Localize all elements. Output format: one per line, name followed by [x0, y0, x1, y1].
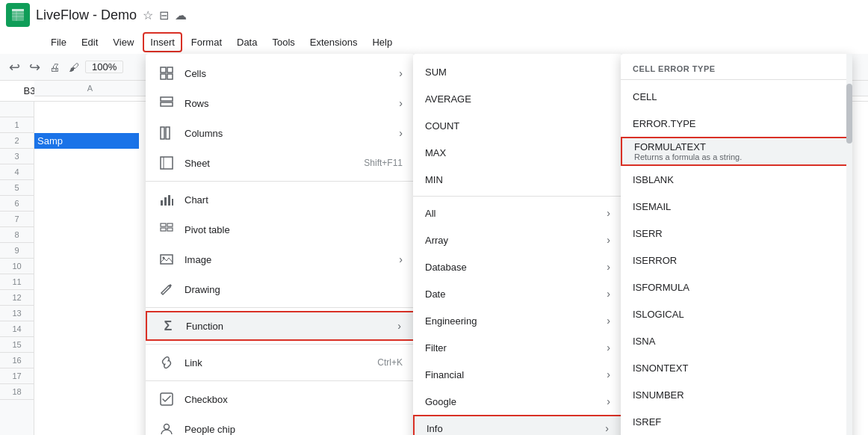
menu-file[interactable]: File	[45, 34, 72, 51]
error-isemail[interactable]: ISEMAIL	[621, 193, 852, 220]
selected-cell-value: Samp	[37, 135, 63, 146]
error-isnumber[interactable]: ISNUMBER	[621, 381, 852, 408]
insert-pivot[interactable]: Pivot table	[146, 215, 415, 244]
scrollbar[interactable]	[846, 54, 852, 435]
func-filter-arrow: ›	[607, 342, 610, 354]
error-isblank[interactable]: ISBLANK	[621, 166, 852, 193]
func-min[interactable]: MIN	[413, 166, 622, 193]
func-filter[interactable]: Filter ›	[413, 334, 622, 361]
error-formulatext-sub: Returns a formula as a string.	[634, 152, 742, 161]
print-icon[interactable]: 🖨	[46, 61, 63, 73]
paint-icon[interactable]: 🖌	[66, 61, 82, 73]
func-sum[interactable]: SUM	[413, 58, 622, 85]
cloud-icon[interactable]: ☁	[175, 8, 187, 22]
chart-label: Chart	[185, 194, 403, 206]
row-num-1: 1	[0, 117, 34, 133]
error-isna-label: ISNA	[633, 336, 655, 347]
menu-data[interactable]: Data	[231, 34, 263, 51]
func-database[interactable]: Database ›	[413, 253, 622, 280]
insert-function[interactable]: Σ Function ›	[146, 311, 415, 341]
menu-view[interactable]: View	[107, 34, 140, 51]
error-isna[interactable]: ISNA	[621, 327, 852, 354]
error-cell[interactable]: CELL	[621, 83, 852, 110]
cells-icon	[158, 64, 176, 82]
insert-drawing[interactable]: Drawing	[146, 274, 415, 304]
insert-sheet[interactable]: Sheet Shift+F11	[146, 148, 415, 178]
error-iserr[interactable]: ISERR	[621, 220, 852, 247]
function-label: Function	[186, 321, 391, 332]
undo-icon[interactable]: ↩	[6, 59, 23, 75]
insert-rows[interactable]: Rows ›	[146, 88, 415, 118]
func-divider	[413, 196, 622, 197]
svg-rect-23	[161, 255, 173, 264]
menu-tools[interactable]: Tools	[266, 34, 300, 51]
people-chip-icon	[158, 420, 176, 435]
insert-columns[interactable]: Columns ›	[146, 118, 415, 148]
func-google[interactable]: Google ›	[413, 388, 622, 415]
divider-4	[146, 380, 415, 381]
svg-rect-16	[164, 197, 167, 206]
svg-rect-12	[166, 127, 170, 139]
insert-people-chip[interactable]: People chip	[146, 414, 415, 435]
error-type[interactable]: ERROR.TYPE	[621, 110, 852, 137]
menu-bar: File Edit View Insert Format Data Tools …	[0, 30, 868, 54]
pivot-label: Pivot table	[185, 224, 403, 235]
insert-image[interactable]: Image ›	[146, 244, 415, 274]
svg-rect-21	[161, 228, 166, 231]
row-num-2: 2	[0, 133, 34, 149]
svg-rect-9	[161, 97, 173, 101]
func-engineering-label: Engineering	[425, 315, 607, 327]
error-isemail-label: ISEMAIL	[633, 201, 671, 212]
drawing-icon	[158, 280, 176, 298]
func-engineering[interactable]: Engineering ›	[413, 307, 622, 334]
folder-icon[interactable]: ⊟	[159, 8, 169, 22]
func-database-label: Database	[425, 262, 607, 273]
func-financial[interactable]: Financial ›	[413, 361, 622, 388]
error-isformula[interactable]: ISFORMULA	[621, 274, 852, 300]
svg-rect-18	[172, 199, 173, 206]
func-filter-label: Filter	[425, 342, 607, 354]
svg-rect-22	[167, 228, 173, 231]
insert-checkbox[interactable]: Checkbox	[146, 384, 415, 414]
insert-link[interactable]: Link Ctrl+K	[146, 348, 415, 377]
redo-icon[interactable]: ↪	[26, 59, 43, 75]
rows-icon	[158, 94, 176, 112]
zoom-field[interactable]: 100%	[85, 61, 123, 73]
error-iserror[interactable]: ISERROR	[621, 247, 852, 274]
func-date[interactable]: Date ›	[413, 280, 622, 307]
row-numbers: 1 2 3 4 5 6 7 8 9 10 11 12 13 14 15 16 1…	[0, 102, 34, 435]
error-isref-label: ISREF	[633, 416, 661, 428]
func-info[interactable]: Info ›	[413, 415, 622, 435]
menu-edit[interactable]: Edit	[75, 34, 104, 51]
menu-format[interactable]: Format	[185, 34, 228, 51]
cell-error-dropdown: CELL ERROR TYPE CELL ERROR.TYPE FORMULAT…	[621, 54, 852, 435]
insert-chart[interactable]: Chart	[146, 185, 415, 215]
svg-rect-1	[12, 9, 24, 11]
menu-insert[interactable]: Insert	[143, 32, 182, 52]
func-financial-label: Financial	[425, 369, 607, 380]
svg-rect-10	[161, 102, 173, 106]
error-islogical[interactable]: ISLOGICAL	[621, 300, 852, 327]
menu-extensions[interactable]: Extensions	[304, 34, 364, 51]
func-array[interactable]: Array ›	[413, 226, 622, 253]
svg-rect-13	[161, 157, 173, 169]
func-engineering-arrow: ›	[607, 315, 610, 327]
svg-rect-15	[161, 200, 163, 206]
error-formulatext[interactable]: FORMULATEXT Returns a formula as a strin…	[621, 137, 852, 166]
func-count[interactable]: COUNT	[413, 112, 622, 139]
sheet-shortcut: Shift+F11	[364, 158, 403, 168]
app-title: LiveFlow - Demo	[36, 7, 137, 23]
error-isnontext[interactable]: ISNONTEXT	[621, 354, 852, 381]
row-num-16: 16	[0, 353, 34, 368]
star-icon[interactable]: ☆	[143, 8, 153, 22]
func-average[interactable]: AVERAGE	[413, 85, 622, 112]
columns-label: Columns	[185, 128, 393, 139]
func-all[interactable]: All ›	[413, 200, 622, 226]
row-num-17: 17	[0, 368, 34, 384]
func-max[interactable]: MAX	[413, 139, 622, 166]
chart-icon	[158, 191, 176, 209]
row-num-5: 5	[0, 180, 34, 196]
error-isref[interactable]: ISREF	[621, 408, 852, 435]
menu-help[interactable]: Help	[366, 34, 398, 51]
insert-cells[interactable]: Cells ›	[146, 58, 415, 88]
